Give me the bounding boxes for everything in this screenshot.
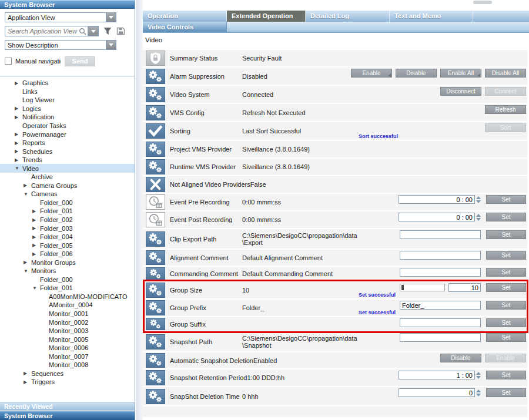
snapshot-path-input[interactable] xyxy=(400,333,481,342)
commanding-comment-input[interactable] xyxy=(400,268,481,277)
tree-expand-arrow[interactable]: ▶ xyxy=(32,234,40,240)
tree-item-monitor-0007[interactable]: Monitor_0007 xyxy=(0,352,135,361)
chevron-down-icon[interactable] xyxy=(106,13,116,22)
tree-item-reports[interactable]: ▶Reports xyxy=(0,139,135,147)
tree-item-monitor-0006[interactable]: Monitor_0006 xyxy=(0,344,135,352)
tree-item-powermanager[interactable]: ▶Powermanager xyxy=(0,130,135,139)
tree-expand-arrow[interactable]: ▶ xyxy=(15,149,22,154)
connect-button[interactable]: Connect xyxy=(485,87,526,96)
spinner-arrows[interactable] xyxy=(476,388,481,397)
search-dropdown-icon[interactable] xyxy=(88,26,99,36)
tree-expand-arrow[interactable]: ▶ xyxy=(15,157,22,163)
set-button[interactable]: Set xyxy=(486,268,526,277)
alignment-comment-input[interactable] xyxy=(400,251,481,260)
splitter-grip[interactable] xyxy=(473,1,492,4)
tree-item-log-viewer[interactable]: Log Viewer xyxy=(0,96,135,105)
view-selector-combo[interactable]: Application View xyxy=(5,12,116,22)
tree-item-folder-001[interactable]: ▶Folder_001 xyxy=(0,207,135,216)
disable-button[interactable]: Disable xyxy=(440,354,481,362)
group-size-input[interactable] xyxy=(448,283,481,292)
slider-thumb[interactable] xyxy=(401,285,404,290)
tree-expand-arrow[interactable]: ▶ xyxy=(24,371,31,376)
snapshot-deletion-time-input[interactable] xyxy=(399,388,475,397)
search-input[interactable] xyxy=(5,28,79,35)
tree-expand-arrow[interactable]: ▶ xyxy=(15,115,22,120)
tab-text-and-memo[interactable]: Text and Memo xyxy=(390,11,473,22)
disconnect-button[interactable]: Disconnect xyxy=(440,87,481,96)
tree-expand-arrow[interactable]: ▶ xyxy=(32,251,40,257)
tree-expand-arrow[interactable]: ▶ xyxy=(15,106,22,111)
tree-expand-arrow[interactable]: ▶ xyxy=(32,243,40,248)
send-button[interactable]: Send xyxy=(65,56,95,66)
display-mode-combo[interactable]: Show Description xyxy=(5,40,116,50)
set-button[interactable]: Set xyxy=(486,318,526,327)
tree-expand-arrow[interactable]: ▶ xyxy=(32,226,40,231)
enable-all-button[interactable]: Enable All xyxy=(440,69,481,78)
tree-item-folder-000[interactable]: Folder_000 xyxy=(0,199,135,207)
set-button[interactable]: Set xyxy=(486,213,526,221)
disable-all-button[interactable]: Disable All xyxy=(485,69,526,78)
tree-collapse-arrow[interactable]: ▼ xyxy=(24,191,31,197)
tab-operation[interactable]: Operation xyxy=(143,11,227,22)
tree-item-folder-002[interactable]: ▶Folder_002 xyxy=(0,216,135,224)
tree-item-triggers[interactable]: ▶Triggers xyxy=(0,378,135,387)
tree-item-notification[interactable]: ▶Notification xyxy=(0,113,135,122)
spinner-arrows[interactable] xyxy=(476,371,481,379)
tree-item-trends[interactable]: ▶Trends xyxy=(0,156,135,164)
set-button[interactable]: Set xyxy=(486,230,526,239)
tree-item-folder-001[interactable]: ▼Folder_001 xyxy=(0,284,135,293)
spinner-arrows[interactable] xyxy=(476,195,481,204)
tree-item-monitor-0005[interactable]: Monitor_0005 xyxy=(0,335,135,344)
tab-detailed-log[interactable]: Detailed Log xyxy=(306,11,390,22)
tree-collapse-arrow[interactable]: ▼ xyxy=(15,166,22,171)
tree-item-logics[interactable]: ▶Logics xyxy=(0,105,135,113)
tree-item-monitor-0002[interactable]: Monitor_0002 xyxy=(0,318,135,327)
chevron-down-icon[interactable] xyxy=(106,41,116,49)
group-prefix-input[interactable] xyxy=(400,301,481,310)
tree-item-folder-004[interactable]: ▶Folder_004 xyxy=(0,233,135,241)
disable-button[interactable]: Disable xyxy=(396,69,437,78)
tree-item-archive[interactable]: Archive xyxy=(0,173,135,182)
refresh-button[interactable]: Refresh xyxy=(485,105,526,114)
tree-item-folder-005[interactable]: ▶Folder_005 xyxy=(0,241,135,250)
clip-export-path-input[interactable] xyxy=(400,230,481,239)
set-button[interactable]: Set xyxy=(486,388,526,397)
set-button[interactable]: Set xyxy=(486,251,526,260)
tree-expand-arrow[interactable]: ▶ xyxy=(24,260,31,265)
tree-item-monitor-0001[interactable]: Monitor_0001 xyxy=(0,310,135,318)
tree-item-monitor-0003[interactable]: Monitor_0003 xyxy=(0,327,135,335)
tree-item-folder-003[interactable]: ▶Folder_003 xyxy=(0,224,135,233)
spinner-arrows[interactable] xyxy=(476,213,481,221)
tree-item-monitor-0008[interactable]: Monitor_0008 xyxy=(0,361,135,369)
tree-item-video[interactable]: ▼Video xyxy=(0,164,135,173)
tree-item-graphics[interactable]: ▶Graphics xyxy=(0,79,135,88)
set-button[interactable]: Set xyxy=(486,371,526,379)
tree-item-links[interactable]: Links xyxy=(0,88,135,96)
tree-expand-arrow[interactable]: ▶ xyxy=(24,183,31,188)
sort-button[interactable]: Sort xyxy=(485,123,526,132)
tab-video-controls[interactable]: Video Controls xyxy=(143,22,227,32)
event-pre-recording-input[interactable] xyxy=(399,195,475,204)
tree-expand-arrow[interactable]: ▶ xyxy=(24,379,31,385)
set-button[interactable]: Set xyxy=(486,301,526,310)
enable-button[interactable]: Enable xyxy=(485,354,526,362)
tree-item-a00monmio-modificato[interactable]: A00MonMIO-MODIFICATO xyxy=(0,293,135,301)
filter-icon[interactable] xyxy=(103,27,112,35)
tab-extended-operation[interactable]: Extended Operation xyxy=(227,11,306,22)
manual-navigation-checkbox[interactable] xyxy=(5,58,12,65)
tree-expand-arrow[interactable]: ▶ xyxy=(15,80,22,86)
tree-item-folder-006[interactable]: ▶Folder_006 xyxy=(0,250,135,258)
enable-button[interactable]: Enable xyxy=(351,69,392,78)
tree-collapse-arrow[interactable]: ▼ xyxy=(32,285,40,291)
snapshot-retention-period-input[interactable] xyxy=(399,371,475,379)
tree-expand-arrow[interactable]: ▶ xyxy=(15,140,22,146)
set-button[interactable]: Set xyxy=(486,283,526,292)
tree-expand-arrow[interactable]: ▶ xyxy=(15,132,22,137)
tree-collapse-arrow[interactable]: ▼ xyxy=(24,268,31,274)
tree-item-monitors[interactable]: ▼Monitors xyxy=(0,267,135,275)
set-button[interactable]: Set xyxy=(486,195,526,204)
tree-item-cameras[interactable]: ▼Cameras xyxy=(0,190,135,199)
tree-expand-arrow[interactable]: ▶ xyxy=(32,209,40,214)
tree-item-camera-groups[interactable]: ▶Camera Groups xyxy=(0,182,135,190)
group-suffix-input[interactable] xyxy=(400,318,481,327)
